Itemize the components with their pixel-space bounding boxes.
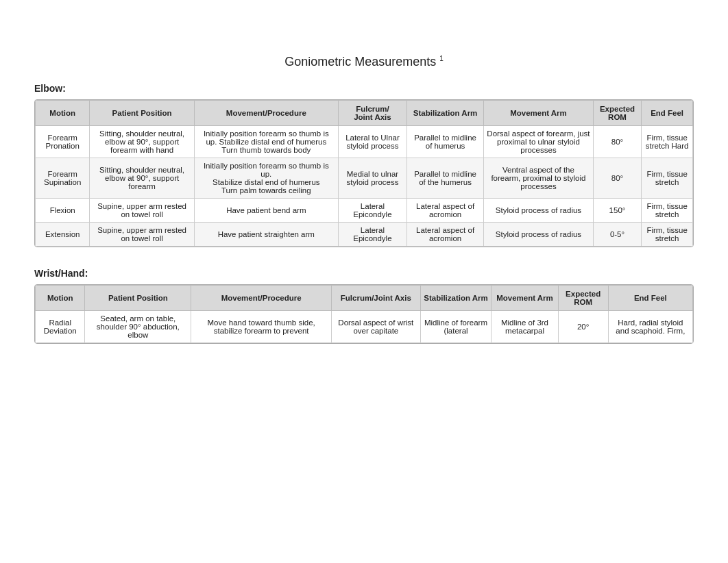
wrist-cell-0-4: Midline of forearm (lateral xyxy=(420,311,492,343)
elbow-cell-2-1: Supine, upper arm rested on towel roll xyxy=(90,199,194,223)
elbow-cell-1-6: 80° xyxy=(593,158,641,199)
elbow-table-wrapper: Motion Patient Position Movement/Procedu… xyxy=(34,99,694,247)
elbow-cell-2-2: Have patient bend arm xyxy=(194,199,338,223)
wrist-cell-0-1: Seated, arm on table, shoulder 90° abduc… xyxy=(85,311,191,343)
wrist-table-row: Radial DeviationSeated, arm on table, sh… xyxy=(36,311,693,343)
wrist-col-movement-arm: Movement Arm xyxy=(492,286,558,311)
elbow-cell-2-3: Lateral Epicondyle xyxy=(338,199,407,223)
elbow-cell-1-4: Parallel to midline of the humerus xyxy=(407,158,484,199)
wrist-cell-0-0: Radial Deviation xyxy=(36,311,85,343)
elbow-cell-2-7: Firm, tissue stretch xyxy=(642,199,693,223)
col-stabilization-arm: Stabilization Arm xyxy=(407,101,484,126)
elbow-cell-0-0: Forearm Pronation xyxy=(36,126,90,158)
wrist-col-stabilization-arm: Stabilization Arm xyxy=(420,286,492,311)
elbow-cell-2-5: Styloid process of radius xyxy=(484,199,594,223)
elbow-cell-0-4: Parallel to midline of humerus xyxy=(407,126,484,158)
wrist-col-movement-procedure: Movement/Procedure xyxy=(191,286,332,311)
wrist-cell-0-5: Midline of 3rd metacarpal xyxy=(492,311,558,343)
elbow-cell-0-5: Dorsal aspect of forearm, just proximal … xyxy=(484,126,594,158)
wrist-cell-0-7: Hard, radial styloid and scaphoid. Firm, xyxy=(608,311,692,343)
col-end-feel: End Feel xyxy=(642,101,693,126)
elbow-cell-0-7: Firm, tissue stretch Hard xyxy=(642,126,693,158)
elbow-cell-1-1: Sitting, shoulder neutral, elbow at 90°,… xyxy=(90,158,194,199)
elbow-cell-0-1: Sitting, shoulder neutral, elbow at 90°,… xyxy=(90,126,194,158)
elbow-cell-1-7: Firm, tissue stretch xyxy=(642,158,693,199)
elbow-cell-2-0: Flexion xyxy=(36,199,90,223)
elbow-cell-3-6: 0-5° xyxy=(593,223,641,247)
elbow-table: Motion Patient Position Movement/Procedu… xyxy=(35,100,693,247)
wrist-col-fulcrum: Fulcrum/Joint Axis xyxy=(332,286,421,311)
page-title: Goniometric Measurements 1 xyxy=(27,55,701,69)
elbow-cell-1-2: Initially position forearm so thumb is u… xyxy=(194,158,338,199)
elbow-cell-2-4: Lateral aspect of acromion xyxy=(407,199,484,223)
elbow-cell-3-7: Firm, tissue stretch xyxy=(642,223,693,247)
elbow-cell-3-5: Styloid process of radius xyxy=(484,223,594,247)
wrist-table-wrapper: Motion Patient Position Movement/Procedu… xyxy=(34,284,694,344)
wrist-col-expected-rom: Expected ROM xyxy=(558,286,608,311)
elbow-cell-3-0: Extension xyxy=(36,223,90,247)
elbow-cell-3-4: Lateral aspect of acromion xyxy=(407,223,484,247)
elbow-section-title: Elbow: xyxy=(34,83,701,94)
elbow-cell-1-0: Forearm Supination xyxy=(36,158,90,199)
col-movement-arm: Movement Arm xyxy=(484,101,594,126)
wrist-cell-0-3: Dorsal aspect of wrist over capitate xyxy=(332,311,421,343)
wrist-col-end-feel: End Feel xyxy=(608,286,692,311)
wrist-table: Motion Patient Position Movement/Procedu… xyxy=(35,285,693,343)
col-motion: Motion xyxy=(36,101,90,126)
elbow-cell-2-6: 150° xyxy=(593,199,641,223)
wrist-col-motion: Motion xyxy=(36,286,85,311)
elbow-table-row: FlexionSupine, upper arm rested on towel… xyxy=(36,199,693,223)
elbow-cell-3-3: Lateral Epicondyle xyxy=(338,223,407,247)
col-movement-procedure: Movement/Procedure xyxy=(194,101,338,126)
wrist-col-patient-position: Patient Position xyxy=(85,286,191,311)
elbow-table-header-row: Motion Patient Position Movement/Procedu… xyxy=(36,101,693,126)
elbow-cell-0-6: 80° xyxy=(593,126,641,158)
elbow-cell-0-2: Initially position forearm so thumb is u… xyxy=(194,126,338,158)
elbow-cell-3-1: Supine, upper arm rested on towel roll xyxy=(90,223,194,247)
elbow-table-row: Forearm PronationSitting, shoulder neutr… xyxy=(36,126,693,158)
elbow-cell-1-3: Medial to ulnar styloid process xyxy=(338,158,407,199)
wrist-cell-0-6: 20° xyxy=(558,311,608,343)
col-patient-position: Patient Position xyxy=(90,101,194,126)
elbow-table-row: Forearm SupinationSitting, shoulder neut… xyxy=(36,158,693,199)
wrist-table-header-row: Motion Patient Position Movement/Procedu… xyxy=(36,286,693,311)
col-expected-rom: Expected ROM xyxy=(593,101,641,126)
elbow-cell-3-2: Have patient straighten arm xyxy=(194,223,338,247)
wrist-section-title: Wrist/Hand: xyxy=(34,268,701,279)
elbow-cell-1-5: Ventral aspect of the forearm, proximal … xyxy=(484,158,594,199)
col-fulcrum: Fulcrum/Joint Axis xyxy=(338,101,407,126)
elbow-cell-0-3: Lateral to Ulnar styloid process xyxy=(338,126,407,158)
elbow-table-row: ExtensionSupine, upper arm rested on tow… xyxy=(36,223,693,247)
wrist-cell-0-2: Move hand toward thumb side, stabilize f… xyxy=(191,311,332,343)
